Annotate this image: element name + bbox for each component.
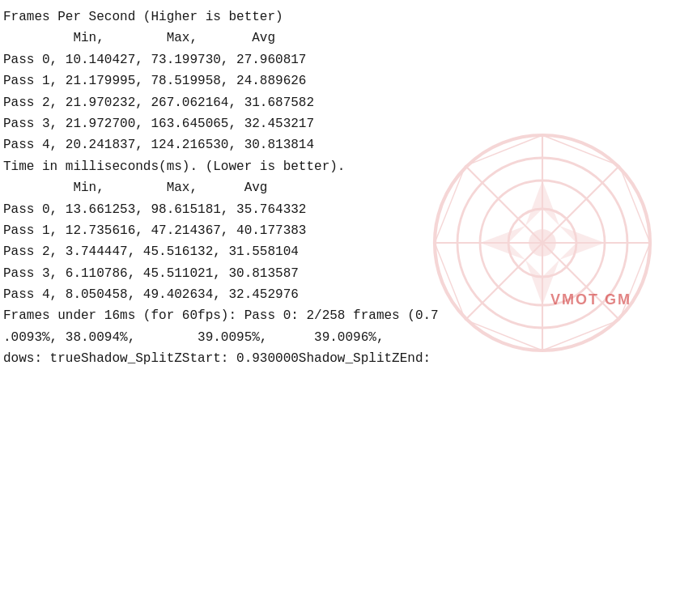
output-line-11: Pass 2, 3.744447, 45.516132, 31.558104 xyxy=(3,241,677,262)
output-line-10: Pass 1, 12.735616, 47.214367, 40.177383 xyxy=(3,220,677,241)
output-line-4: Pass 2, 21.970232, 267.062164, 31.687582 xyxy=(3,92,677,113)
output-line-6: Pass 4, 20.241837, 124.216530, 30.813814 xyxy=(3,134,677,155)
output-line-5: Pass 3, 21.972700, 163.645065, 32.453217 xyxy=(3,113,677,134)
output-line-0: Frames Per Second (Higher is better) xyxy=(3,6,677,28)
output-line-15: .0093%, 38.0094%, 39.0095%, 39.0096%, xyxy=(3,327,677,348)
output-line-14: Frames under 16ms (for 60fps): Pass 0: 2… xyxy=(3,305,677,326)
output-line-2: Pass 0, 10.140427, 73.199730, 27.960817 xyxy=(3,49,677,70)
output-line-7: Time in milliseconds(ms). (Lower is bett… xyxy=(3,156,677,177)
output-line-12: Pass 3, 6.110786, 45.511021, 30.813587 xyxy=(3,263,677,284)
output-line-1: Min, Max, Avg xyxy=(3,28,677,49)
benchmark-output: Frames Per Second (Higher is better) Min… xyxy=(0,0,680,376)
output-line-3: Pass 1, 21.179995, 78.519958, 24.889626 xyxy=(3,70,677,91)
output-line-16: dows: trueShadow_SplitZStart: 0.930000Sh… xyxy=(3,348,677,369)
watermark-text: VMOT GM xyxy=(550,291,631,308)
output-line-8: Min, Max, Avg xyxy=(3,177,677,198)
output-line-9: Pass 0, 13.661253, 98.615181, 35.764332 xyxy=(3,199,677,220)
